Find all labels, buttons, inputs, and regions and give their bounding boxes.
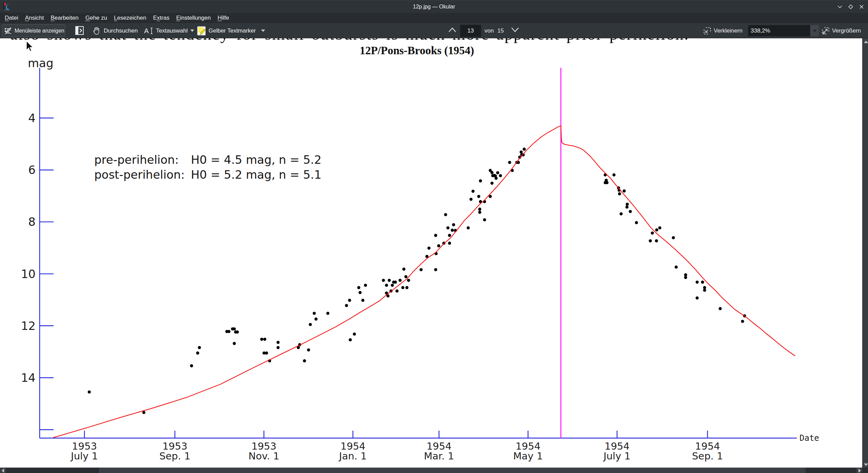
- observation-point: [364, 284, 367, 287]
- sidebar-panel-icon: [75, 26, 84, 35]
- scroll-down-icon: [864, 464, 868, 466]
- observation-point: [619, 212, 623, 215]
- y-tick-label: 10: [21, 267, 36, 281]
- observation-point: [696, 296, 699, 299]
- text-selection-button[interactable]: A Textauswahl: [144, 24, 188, 37]
- close-button[interactable]: [858, 3, 865, 10]
- text-selection-icon: A: [144, 26, 153, 35]
- zoom-in-button[interactable]: Vergrößern: [822, 24, 861, 37]
- observation-point: [142, 411, 145, 414]
- toggle-sidebar-button[interactable]: [75, 26, 84, 35]
- observation-point: [407, 279, 410, 282]
- menu-ansicht[interactable]: Ansicht: [22, 13, 47, 23]
- menu-gehezu[interactable]: Gehe zu: [82, 13, 111, 23]
- observation-point: [307, 348, 310, 351]
- observation-point: [499, 174, 502, 177]
- observation-point: [391, 284, 394, 287]
- observation-point: [260, 338, 263, 341]
- observation-point: [472, 190, 475, 193]
- observation-point: [448, 234, 451, 237]
- horizontal-scrollbar-thumb[interactable]: [99, 468, 806, 473]
- menu-lesezeichen[interactable]: Lesezeichen: [111, 13, 150, 23]
- observation-point: [349, 338, 352, 341]
- observation-point: [658, 226, 661, 229]
- observation-point: [478, 211, 481, 214]
- observation-point: [361, 299, 364, 302]
- zoom-combobox-dropdown[interactable]: [810, 25, 819, 36]
- minimize-button[interactable]: [836, 3, 843, 10]
- scroll-right-button[interactable]: [856, 468, 862, 473]
- x-axis-title: Date: [800, 433, 819, 443]
- scroll-up-button[interactable]: [863, 38, 868, 45]
- highlighter-icon: [197, 26, 206, 36]
- observation-point: [651, 232, 654, 235]
- y-tick-label: 14: [21, 371, 36, 385]
- highlighter-dropdown-arrow[interactable]: [261, 29, 265, 32]
- page-number-input[interactable]: 13: [460, 25, 481, 37]
- previous-page-button[interactable]: [448, 27, 456, 33]
- menu-datei[interactable]: Datei: [5, 13, 22, 23]
- scroll-down-button[interactable]: [863, 461, 868, 468]
- observation-point: [479, 179, 482, 182]
- scroll-left-button[interactable]: [0, 468, 6, 473]
- browse-tool-button[interactable]: Durchsuchen: [92, 24, 138, 37]
- x-tick-date: July 1: [603, 450, 631, 462]
- menu-bearbeiten[interactable]: Bearbeiten: [47, 13, 82, 23]
- observation-point: [649, 239, 652, 242]
- zoom-out-label: Verkleinern: [714, 27, 743, 34]
- scroll-up-icon: [864, 41, 868, 43]
- vertical-scrollbar[interactable]: [862, 38, 868, 468]
- observation-point: [478, 208, 481, 211]
- observation-point: [236, 331, 239, 334]
- observation-point: [447, 226, 450, 229]
- zoom-out-button[interactable]: Verkleinern: [703, 24, 743, 37]
- menu-extras[interactable]: Extras: [150, 13, 173, 23]
- text-selection-dropdown-arrow[interactable]: [190, 29, 194, 32]
- observation-point: [655, 239, 658, 242]
- show-menubar-button[interactable]: Menüleiste anzeigen: [2, 24, 65, 37]
- observation-point: [448, 242, 451, 245]
- observation-point: [626, 203, 629, 206]
- menu-einstellungen[interactable]: Einstellungen: [173, 13, 214, 23]
- model-curve: [561, 126, 795, 356]
- y-tick-label: 4: [28, 111, 36, 125]
- highlighter-tool-label: Gelber Textmarker: [209, 27, 256, 34]
- observation-point: [523, 147, 526, 151]
- observation-point: [326, 312, 329, 315]
- horizontal-scrollbar[interactable]: [0, 468, 862, 473]
- observation-point: [196, 352, 199, 355]
- annotation-post-value: H0 = 5.2 mag, n = 5.1: [191, 168, 321, 181]
- titlebar: 12p.jpg — Okular: [0, 0, 868, 13]
- annotation-post-label: post-perihelion:: [94, 168, 185, 181]
- observation-point: [434, 234, 437, 237]
- zoom-level-combobox[interactable]: 338,2%: [748, 25, 819, 36]
- observation-point: [612, 173, 615, 176]
- page-of-label: von: [485, 23, 494, 38]
- hand-icon: [92, 26, 101, 36]
- observation-point: [357, 286, 360, 289]
- light-curve-chart: 4681012141953July 11953Sep. 11953Nov. 11…: [0, 38, 862, 468]
- maximize-button[interactable]: [847, 3, 854, 10]
- observation-point: [405, 275, 408, 278]
- toolbar: Menüleiste anzeigen Durchsuchen A Textau…: [0, 23, 868, 38]
- x-tick-date: Jan. 1: [338, 450, 367, 462]
- x-tick-date: Nov. 1: [249, 450, 279, 462]
- next-page-button[interactable]: [511, 27, 519, 33]
- annotation-pre-value: H0 = 4.5 mag, n = 5.2: [191, 153, 321, 166]
- observation-point: [655, 229, 658, 232]
- menu-hilfe[interactable]: Hilfe: [214, 13, 233, 23]
- observation-point: [382, 279, 385, 282]
- observation-point: [406, 286, 409, 289]
- okular-window: 12p.jpg — Okular DateiAnsichtBearbeitenG…: [0, 0, 868, 473]
- x-tick-date: July 1: [70, 450, 98, 462]
- observation-point: [719, 307, 722, 310]
- observation-point: [483, 218, 486, 221]
- observation-point: [263, 338, 266, 341]
- highlighter-tool-button[interactable]: Gelber Textmarker: [197, 24, 256, 37]
- x-tick-date: Sep. 1: [692, 450, 723, 462]
- y-tick-label: 6: [28, 163, 36, 177]
- observation-point: [451, 229, 454, 232]
- observation-point: [419, 268, 422, 271]
- document-view[interactable]: also shows that the tendency for small o…: [0, 38, 862, 468]
- y-axis-title: mag: [28, 56, 54, 70]
